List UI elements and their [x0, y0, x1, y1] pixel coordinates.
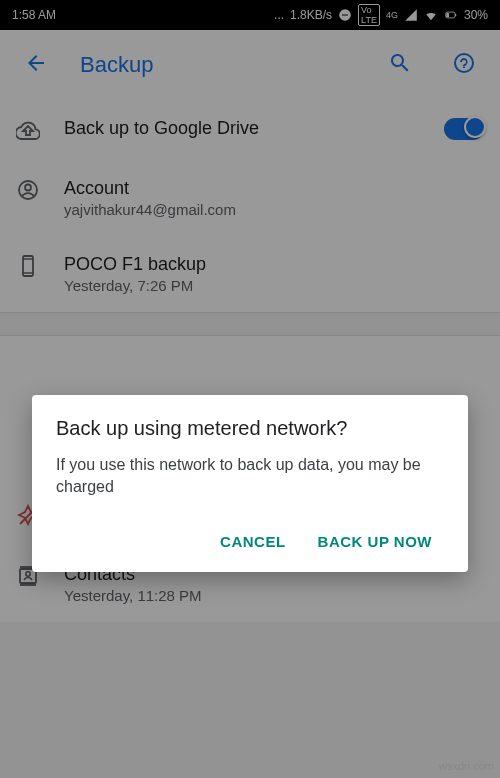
dialog-actions: CANCEL BACK UP NOW: [56, 523, 444, 560]
confirm-dialog: Back up using metered network? If you us…: [32, 395, 468, 572]
dialog-message: If you use this network to back up data,…: [56, 454, 444, 499]
dialog-title: Back up using metered network?: [56, 417, 444, 440]
modal-scrim[interactable]: [0, 0, 500, 778]
backup-now-button[interactable]: BACK UP NOW: [306, 523, 444, 560]
cancel-button[interactable]: CANCEL: [208, 523, 298, 560]
watermark: wsxdn.com: [439, 760, 494, 772]
